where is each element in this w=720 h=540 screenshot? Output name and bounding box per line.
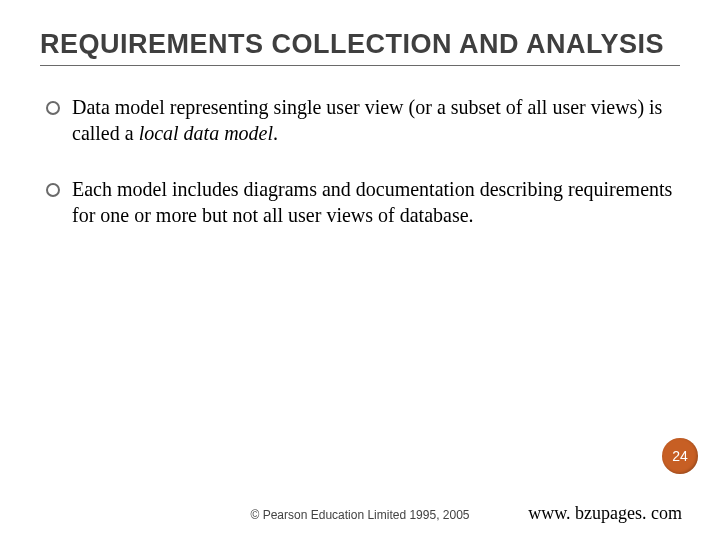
site-url: www. bzupages. com [528,503,682,524]
page-number: 24 [672,448,688,464]
slide-title: REQUIREMENTS COLLECTION AND ANALYSIS [40,28,680,66]
bullet-item: Each model includes diagrams and documen… [44,176,680,228]
bullet-text-pre: Each model includes diagrams and documen… [72,178,672,226]
page-number-badge: 24 [662,438,698,474]
bullet-text-post: . [273,122,278,144]
slide: REQUIREMENTS COLLECTION AND ANALYSIS Dat… [0,0,720,540]
bullet-text-em: local data model [139,122,273,144]
copyright-text: © Pearson Education Limited 1995, 2005 [251,508,470,522]
bullet-item: Data model representing single user view… [44,94,680,146]
bullet-list: Data model representing single user view… [40,94,680,228]
